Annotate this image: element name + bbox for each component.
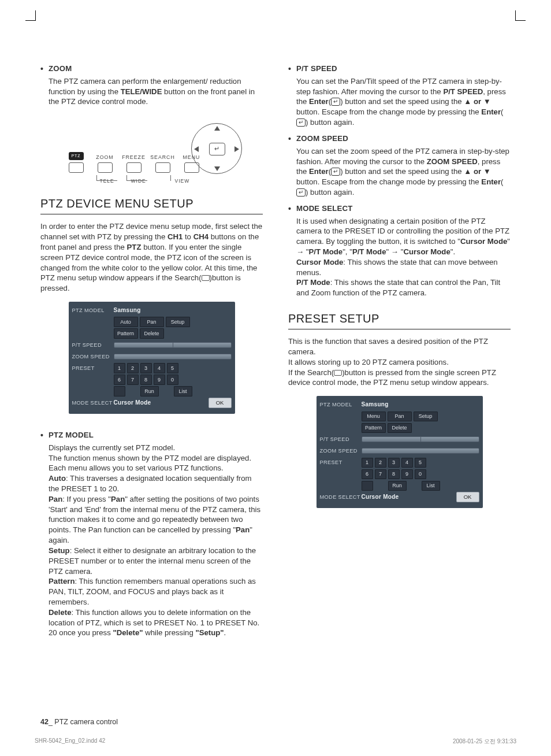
osd2-num-0[interactable]: 0 <box>415 469 426 479</box>
osd-run-button[interactable]: Run <box>140 386 159 396</box>
view-label: VIEW <box>175 178 190 184</box>
search-button: SEARCH <box>148 154 177 173</box>
section-ptz-menu-title: PTZ DEVICE MENU SETUP <box>40 196 263 212</box>
section-rule <box>288 329 511 329</box>
osd-zoomspeed-label: ZOOM SPEED <box>72 353 114 360</box>
osd-ok-button[interactable]: OK <box>209 398 232 408</box>
osd-num-6[interactable]: 6 <box>114 375 125 384</box>
osd-num-0[interactable]: 0 <box>167 375 178 384</box>
preset-intro: This is the function that saves a desire… <box>288 336 511 388</box>
enter-icon: ↵ <box>331 98 340 106</box>
osd-delete-button[interactable]: Delete <box>140 328 164 338</box>
osd-num-3[interactable]: 3 <box>140 363 152 373</box>
osd2-num-3[interactable]: 3 <box>388 458 400 468</box>
osd2-num-5[interactable]: 5 <box>415 458 426 468</box>
down-arrow-icon <box>214 166 220 171</box>
osd2-pattern-button[interactable]: Pattern <box>362 423 386 433</box>
enter-icon: ↵ <box>296 118 306 127</box>
osd-num-9[interactable]: 9 <box>154 375 165 384</box>
osd-ptspeed-slider[interactable] <box>114 342 232 348</box>
osd2-pan-button[interactable]: Pan <box>388 412 412 421</box>
print-datetime: 2008-01-25 오전 9:31:33 <box>453 738 516 746</box>
modeselect-heading: MODE SELECT <box>296 203 352 214</box>
page-footer: 42_ PTZ camera control <box>40 718 118 726</box>
osd2-num-6[interactable]: 6 <box>362 469 373 479</box>
osd-num-8[interactable]: 8 <box>140 375 152 384</box>
search-icon <box>334 370 342 376</box>
osd-ptspeed-label: P/T SPEED <box>72 342 114 349</box>
print-filename: SHR-5042_Eng_02.indd 42 <box>35 738 105 746</box>
right-arrow-icon <box>234 146 239 152</box>
osd2-ptspeed-slider[interactable] <box>362 436 479 442</box>
zoom-heading: ZOOM <box>49 64 72 74</box>
osd2-num-7[interactable]: 7 <box>375 469 386 479</box>
osd2-num-4[interactable]: 4 <box>401 458 413 468</box>
osd2-ptspeed-label: P/T SPEED <box>320 436 362 443</box>
ptzmodel-body: Displays the currently set PTZ model. Th… <box>49 443 263 638</box>
osd-num-2[interactable]: 2 <box>127 363 139 373</box>
osd2-zoomspeed-slider[interactable] <box>362 448 479 454</box>
ptz-button: PTZ <box>62 152 91 173</box>
right-column: P/T SPEED You can set the Pan/Tilt speed… <box>288 64 511 644</box>
osd2-menu-button[interactable]: Menu <box>362 412 386 421</box>
bullet-icon <box>288 134 296 144</box>
osd2-delete-button[interactable]: Delete <box>388 423 412 433</box>
bullet-icon <box>288 64 296 74</box>
osd-mode-value: Cursor Mode <box>114 399 151 407</box>
crop-mark-tr <box>515 10 526 21</box>
osd-zoomspeed-slider[interactable] <box>114 354 232 360</box>
enter-icon: ↵ <box>209 143 225 155</box>
ptz-menu-intro: In order to enter the PTZ device menu se… <box>40 221 263 294</box>
osd-pattern-button[interactable]: Pattern <box>114 328 138 338</box>
osd2-num-2[interactable]: 2 <box>375 458 386 468</box>
bullet-icon <box>288 203 296 214</box>
osd2-num-8[interactable]: 8 <box>388 469 400 479</box>
osd2-ptzmodel-value: Samsung <box>362 401 389 409</box>
zoomspeed-body: You can set the zoom speed of the PTZ ca… <box>296 146 511 198</box>
osd2-blank-button[interactable] <box>362 481 373 491</box>
wide-label: WIDE <box>131 178 146 184</box>
osd-blank-button[interactable] <box>114 386 125 396</box>
zoomspeed-heading: ZOOM SPEED <box>296 134 348 144</box>
print-metadata: SHR-5042_Eng_02.indd 42 2008-01-25 오전 9:… <box>35 738 516 746</box>
osd-setup-button[interactable]: Setup <box>166 317 190 327</box>
osd2-num-1[interactable]: 1 <box>362 458 373 468</box>
osd-num-7[interactable]: 7 <box>127 375 139 384</box>
osd-auto-button[interactable]: Auto <box>114 317 138 327</box>
enter-icon: ↵ <box>331 168 340 176</box>
osd2-setup-button[interactable]: Setup <box>414 412 438 421</box>
modeselect-body: It is used when designating a certain po… <box>296 216 511 299</box>
osd-num-5[interactable]: 5 <box>167 363 178 373</box>
osd2-mode-label: MODE SELECT <box>320 494 362 501</box>
freeze-button: FREEZE <box>120 154 148 173</box>
left-column: ZOOM The PTZ camera can perform the enla… <box>40 64 263 644</box>
up-arrow-icon <box>214 126 220 131</box>
enter-icon: ↵ <box>296 188 306 197</box>
osd-list-button[interactable]: List <box>174 386 192 396</box>
ptzmodel-heading: PTZ MODEL <box>49 430 94 440</box>
ptspeed-body: You can set the Pan/Tilt speed of the PT… <box>296 76 511 128</box>
osd2-preset-label: PRESET <box>320 459 362 466</box>
osd2-num-9[interactable]: 9 <box>401 469 413 479</box>
zoom-body: The PTZ camera can perform the enlargeme… <box>49 76 263 107</box>
osd-panel-1: PTZ MODEL Samsung Auto Pan Setup Pattern… <box>69 302 235 414</box>
osd-panel-2: PTZ MODEL Samsung Menu Pan Setup Pattern… <box>317 396 483 508</box>
section-rule <box>40 214 263 214</box>
front-panel-diagram: PTZ ZOOM FREEZE SEARCH MENU <box>62 121 242 183</box>
tele-label: TELE <box>100 178 114 184</box>
osd-pan-button[interactable]: Pan <box>140 317 164 327</box>
osd2-ok-button[interactable]: OK <box>456 492 479 502</box>
osd-num-1[interactable]: 1 <box>114 363 125 373</box>
osd-preset-label: PRESET <box>72 365 114 372</box>
ptspeed-heading: P/T SPEED <box>296 64 337 74</box>
search-icon <box>202 275 210 281</box>
osd2-mode-value: Cursor Mode <box>362 493 399 501</box>
zoom-button: ZOOM <box>91 154 120 173</box>
osd2-zoomspeed-label: ZOOM SPEED <box>320 447 362 454</box>
osd2-ptzmodel-label: PTZ MODEL <box>320 401 362 408</box>
osd2-run-button[interactable]: Run <box>388 481 407 491</box>
osd2-list-button[interactable]: List <box>422 481 440 491</box>
osd-num-4[interactable]: 4 <box>154 363 165 373</box>
osd-ptzmodel-value: Samsung <box>114 306 141 314</box>
section-preset-title: PRESET SETUP <box>288 311 511 327</box>
